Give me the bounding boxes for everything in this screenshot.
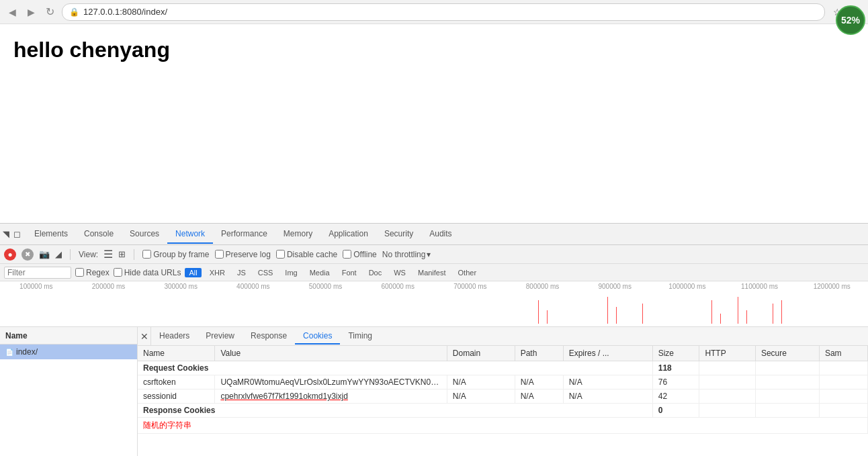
detail-panel: ✕ Headers Preview Response Cookies Timin… bbox=[138, 327, 868, 456]
filter-bar: Regex Hide data URLs All XHR JS CSS Img … bbox=[0, 264, 868, 281]
cookies-content: Name Value Domain Path Expires / ... Siz… bbox=[138, 346, 868, 456]
filter-tag-doc[interactable]: Doc bbox=[365, 268, 386, 277]
devtools-panel: ◥ ◻ Elements Console Sources Network Per… bbox=[0, 223, 868, 456]
cookie-expires: N/A bbox=[563, 375, 652, 390]
timeline-label-9: 900000 ms bbox=[578, 283, 651, 290]
network-toolbar: ● ✖ 📷 ◢ View: ☰ ⊞ Group by frame Preserv… bbox=[0, 245, 868, 264]
detail-tab-response[interactable]: Response bbox=[243, 328, 295, 345]
main-panel: Name 📄 index/ ✕ Headers Preview Response… bbox=[0, 327, 868, 456]
filter-tag-img[interactable]: Img bbox=[281, 268, 301, 277]
close-detail-button[interactable]: ✕ bbox=[138, 327, 151, 346]
cookie-name: sessionid bbox=[138, 390, 215, 404]
col-domain: Domain bbox=[447, 346, 515, 361]
page-content: hello chenyang bbox=[0, 24, 868, 223]
tab-console[interactable]: Console bbox=[76, 225, 122, 244]
response-note: 随机的字符串 bbox=[138, 418, 868, 434]
request-cookies-size: 118 bbox=[652, 361, 699, 375]
address-bar[interactable]: 🔒 127.0.0.1:8080/index/ bbox=[62, 3, 825, 21]
timeline-label-5: 500000 ms bbox=[290, 283, 362, 290]
cookie-size: 76 bbox=[652, 375, 699, 390]
inspect-icon[interactable]: ◥ bbox=[3, 229, 9, 239]
tab-audits[interactable]: Audits bbox=[421, 225, 460, 244]
hide-data-urls-label: Hide data URLs bbox=[124, 268, 181, 277]
detail-tab-preview[interactable]: Preview bbox=[198, 328, 243, 345]
back-button[interactable]: ◀ bbox=[5, 5, 19, 19]
tab-elements[interactable]: Elements bbox=[26, 225, 76, 244]
cookie-http bbox=[699, 390, 756, 404]
table-row: 随机的字符串 bbox=[138, 418, 868, 434]
forward-button[interactable]: ▶ bbox=[24, 5, 38, 19]
disable-cache-label: Disable cache bbox=[287, 250, 337, 259]
response-cookies-row: Response Cookies 0 bbox=[138, 404, 868, 418]
hide-data-urls-checkbox[interactable]: Hide data URLs bbox=[114, 268, 181, 277]
filter-tag-js[interactable]: JS bbox=[233, 268, 250, 277]
preserve-log-checkbox[interactable]: Preserve log bbox=[215, 250, 271, 259]
tab-application[interactable]: Application bbox=[320, 225, 376, 244]
request-cookies-row: Request Cookies 118 bbox=[138, 361, 868, 375]
device-icon[interactable]: ◻ bbox=[13, 229, 21, 239]
profile-circle[interactable]: 52% bbox=[836, 5, 865, 35]
timeline-labels: 100000 ms 200000 ms 300000 ms 400000 ms … bbox=[0, 281, 868, 290]
reload-button[interactable]: ↻ bbox=[43, 5, 56, 19]
table-row: csrftoken UQaMR0WtomuAeqVLrOslx0LzumYwYY… bbox=[138, 375, 868, 390]
separator bbox=[70, 249, 71, 260]
regex-label: Regex bbox=[86, 268, 110, 277]
response-note-text: 随机的字符串 bbox=[143, 420, 191, 430]
filter-icon[interactable]: ◢ bbox=[55, 249, 62, 259]
tab-sources[interactable]: Sources bbox=[122, 225, 167, 244]
tab-network[interactable]: Network bbox=[167, 225, 213, 244]
filter-input[interactable] bbox=[4, 267, 71, 279]
name-row-index[interactable]: 📄 index/ bbox=[0, 345, 137, 359]
throttling-select[interactable]: No throttling ▾ bbox=[382, 250, 431, 259]
regex-checkbox[interactable]: Regex bbox=[75, 268, 110, 277]
timeline-label-10: 1000000 ms bbox=[651, 283, 724, 290]
table-row: sessionid cpehrxlvfwe67f7kf1991okmd1y3ix… bbox=[138, 390, 868, 404]
filter-tag-all[interactable]: All bbox=[185, 268, 201, 277]
offline-label: Offline bbox=[353, 250, 376, 259]
col-name: Name bbox=[138, 346, 215, 361]
filter-tag-css[interactable]: CSS bbox=[254, 268, 277, 277]
separator2 bbox=[134, 249, 134, 260]
file-icon: 📄 bbox=[5, 349, 13, 356]
page-title: hello chenyang bbox=[13, 38, 170, 62]
cookie-size: 42 bbox=[652, 390, 699, 404]
cookie-http bbox=[699, 375, 756, 390]
timeline-label-2: 200000 ms bbox=[73, 283, 145, 290]
detail-tab-timing[interactable]: Timing bbox=[340, 328, 380, 345]
camera-icon[interactable]: 📷 bbox=[39, 249, 50, 259]
timeline-label-8: 800000 ms bbox=[507, 283, 579, 290]
timeline-label-3: 300000 ms bbox=[144, 283, 217, 290]
detail-tab-headers[interactable]: Headers bbox=[151, 328, 198, 345]
clear-button[interactable]: ✖ bbox=[21, 248, 34, 261]
col-secure: Secure bbox=[755, 346, 819, 361]
throttling-label: No throttling bbox=[382, 250, 426, 259]
group-by-frame-checkbox[interactable]: Group by frame bbox=[142, 250, 209, 259]
col-http: HTTP bbox=[699, 346, 756, 361]
offline-checkbox[interactable]: Offline bbox=[343, 250, 376, 259]
detail-tab-cookies[interactable]: Cookies bbox=[295, 328, 340, 345]
cookie-value: UQaMR0WtomuAeqVLrOslx0LzumYwYYN93oAECTVK… bbox=[215, 375, 447, 390]
col-sam: Sam bbox=[819, 346, 867, 361]
request-cookies-label: Request Cookies bbox=[138, 361, 652, 375]
disable-cache-checkbox[interactable]: Disable cache bbox=[276, 250, 337, 259]
filter-tag-manifest[interactable]: Manifest bbox=[414, 268, 450, 277]
filter-tag-font[interactable]: Font bbox=[338, 268, 361, 277]
cookie-secure bbox=[755, 390, 819, 404]
filter-tag-xhr[interactable]: XHR bbox=[206, 268, 229, 277]
tab-memory[interactable]: Memory bbox=[275, 225, 320, 244]
sessionid-value: cpehrxlvfwe67f7kf1991okmd1y3ixjd bbox=[220, 392, 347, 401]
timeline-chart bbox=[0, 290, 868, 324]
tab-performance[interactable]: Performance bbox=[213, 225, 275, 244]
filter-tag-media[interactable]: Media bbox=[306, 268, 334, 277]
name-panel: Name 📄 index/ bbox=[0, 327, 138, 456]
tab-security[interactable]: Security bbox=[376, 225, 421, 244]
tree-view-icon[interactable]: ⊞ bbox=[118, 249, 126, 259]
filter-tag-ws[interactable]: WS bbox=[390, 268, 410, 277]
cookie-sam bbox=[819, 375, 867, 390]
network-timeline: 100000 ms 200000 ms 300000 ms 400000 ms … bbox=[0, 281, 868, 327]
filter-tag-other[interactable]: Other bbox=[454, 268, 481, 277]
col-path: Path bbox=[515, 346, 563, 361]
record-button[interactable]: ● bbox=[4, 248, 16, 261]
list-view-icon[interactable]: ☰ bbox=[103, 248, 113, 261]
name-header: Name bbox=[0, 327, 137, 345]
